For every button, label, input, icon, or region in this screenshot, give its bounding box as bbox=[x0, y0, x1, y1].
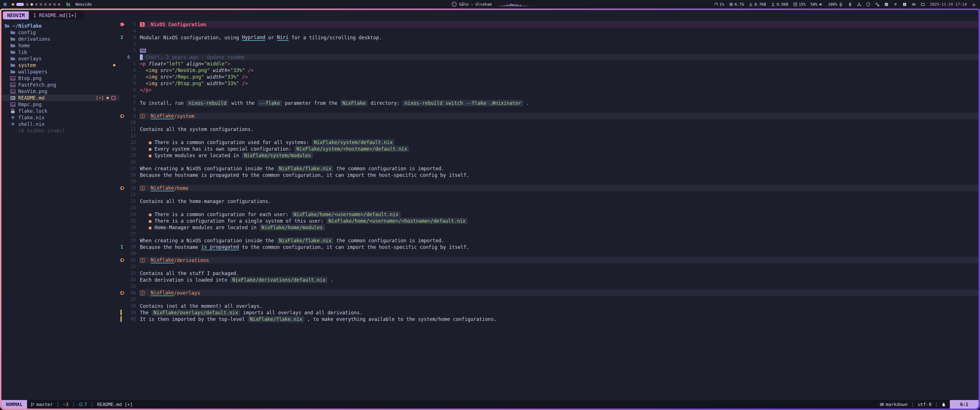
git-branch[interactable]: master bbox=[30, 402, 53, 407]
code-segment bbox=[140, 225, 149, 230]
workspace-dot-2[interactable] bbox=[16, 3, 24, 6]
editor-line[interactable]: 202 NixFlake/home bbox=[119, 185, 978, 191]
editor-line[interactable]: 23 bbox=[119, 205, 978, 211]
editor-line[interactable]: 12 bbox=[119, 132, 978, 139]
tree-item-overlays[interactable]: overlays bbox=[2, 55, 119, 62]
module-volume[interactable]: 50% bbox=[810, 2, 823, 6]
editor-line[interactable]: 1<p float="left" align="middle"> bbox=[119, 60, 978, 67]
tree-item-rmpc-png[interactable]: Rmpc.png bbox=[2, 101, 119, 108]
editor-line[interactable]: 4 bbox=[119, 28, 978, 34]
editor-line[interactable]: 17When creating a NixOS configuration in… bbox=[119, 165, 978, 172]
tree-item--nixflake[interactable]: ~/NixFlake bbox=[2, 22, 119, 29]
editor-line[interactable]: 38Contains (not at the moment) all overl… bbox=[119, 303, 978, 309]
workspace-dot-5[interactable] bbox=[35, 3, 38, 6]
editor-line[interactable]: 6 bbox=[119, 93, 978, 100]
editor-line[interactable]: 37 bbox=[119, 296, 978, 303]
editor-line[interactable]: 362 NixFlake/overlays bbox=[119, 289, 978, 296]
module-memory[interactable]: 6.7G bbox=[729, 2, 744, 6]
notification-bell-icon[interactable] bbox=[972, 2, 976, 6]
editor-line[interactable]: 92 NixFlake/system bbox=[119, 113, 978, 119]
editor-line[interactable]: 28When creating a NixOS configuration in… bbox=[119, 237, 978, 244]
editor-line[interactable]: 1PNG bbox=[119, 47, 978, 54]
tree-item-flake-lock[interactable]: flake.lock bbox=[2, 108, 119, 114]
editor-line[interactable]: 8 bbox=[119, 106, 978, 113]
diagnostics-info[interactable]: 7 bbox=[79, 402, 87, 407]
tree-item-lib[interactable]: lib bbox=[2, 49, 119, 55]
tree-item-fastfetch-png[interactable]: FastFetch.png bbox=[2, 81, 119, 88]
tree-item-readme-md[interactable]: README.md[+] bbox=[2, 95, 119, 101]
module-net-up[interactable]: 0.5KB bbox=[771, 2, 788, 6]
workspace-dot-8[interactable] bbox=[49, 3, 51, 6]
editor-line[interactable]: 35 bbox=[119, 283, 978, 289]
editor-line[interactable]: 6ChUrl, 2 years ago - Update readme bbox=[119, 54, 978, 60]
editor-line[interactable]: 7To install, run nixos-rebuild with the … bbox=[119, 100, 978, 106]
editor-line[interactable]: 312 NixFlake/derivations bbox=[119, 257, 978, 263]
module-gpu[interactable] bbox=[893, 2, 898, 6]
editor-line[interactable]: 19 bbox=[119, 178, 978, 185]
workspace-dot-3[interactable] bbox=[26, 3, 29, 6]
module-disk-usage[interactable]: 15% bbox=[793, 2, 806, 6]
editor-line[interactable]: 18Because the hostname is propagated to … bbox=[119, 172, 978, 178]
editor-line[interactable]: I29Because the hostname is propagated to… bbox=[119, 244, 978, 250]
editor-line[interactable]: 10 bbox=[119, 119, 978, 126]
editor-line[interactable]: 16 bbox=[119, 159, 978, 165]
workspace-dot-1[interactable] bbox=[12, 3, 14, 6]
module-monitor[interactable] bbox=[921, 2, 925, 6]
tree-item-system[interactable]: system bbox=[2, 62, 119, 68]
editor-line[interactable]: 24 ● There is a common configuration for… bbox=[119, 211, 978, 218]
tree-item-neovim-png[interactable]: NeoVim.png bbox=[2, 88, 119, 95]
tree-item--8-hidden-items-[interactable]: (8 hidden items) bbox=[2, 127, 119, 134]
workspace-dot-4[interactable] bbox=[30, 3, 33, 6]
module-shield[interactable] bbox=[866, 2, 870, 6]
tab-readme[interactable]: 1 README.md[1+] bbox=[29, 11, 84, 19]
tree-item-wallpapers[interactable]: wallpapers bbox=[2, 68, 119, 75]
tree-item-config[interactable]: config bbox=[2, 29, 119, 36]
editor-line[interactable]: 4 <img src="/Btop.png" width="33%" /> bbox=[119, 80, 978, 87]
module-cpu-load[interactable]: 1% bbox=[714, 2, 724, 6]
module-network[interactable] bbox=[857, 2, 861, 6]
editor-line[interactable]: 2 bbox=[119, 41, 978, 47]
editor-line[interactable]: 2 <img src="/NeoVim.png" width="33%" /> bbox=[119, 67, 978, 73]
editor-line[interactable]: 11Contains all the system configurations… bbox=[119, 126, 978, 132]
module-keyring[interactable] bbox=[875, 2, 880, 6]
editor-line[interactable]: 22Contains all the home-manager configur… bbox=[119, 198, 978, 205]
workspace-dot-7[interactable] bbox=[44, 3, 47, 6]
code-segment: "/NeoVim.png" bbox=[172, 67, 210, 73]
editor-line[interactable]: I3Modular NixOS configuration, using Hyp… bbox=[119, 34, 978, 41]
tree-item-flake-nix[interactable]: ❄flake.nix bbox=[2, 114, 119, 121]
editor-line[interactable]: 13 ● There is a common configuration use… bbox=[119, 139, 978, 146]
editor-line[interactable]: 26 ● Home-Manager modules are located in… bbox=[119, 224, 978, 230]
workspace-dot-9[interactable] bbox=[53, 3, 56, 6]
editor-line[interactable]: 33Contains all the stuff I packaged. bbox=[119, 270, 978, 277]
module-microphone[interactable]: 100% bbox=[828, 2, 843, 6]
module-net-down[interactable]: 0.7KB bbox=[749, 2, 766, 6]
editor-line[interactable]: 34Each derivation is loaded into NixFlak… bbox=[119, 277, 978, 283]
mode-indicator: NORMAL bbox=[2, 400, 27, 408]
tree-item-btop-png[interactable]: Btop.png bbox=[2, 75, 119, 81]
editor-line[interactable]: 25 ● There is a configuration for a sing… bbox=[119, 218, 978, 224]
editor-line[interactable]: 40It is then imported by the top-level N… bbox=[119, 316, 978, 322]
editor-line[interactable]: 27 bbox=[119, 230, 978, 237]
editor-line[interactable]: 5</p> bbox=[119, 87, 978, 93]
editor-line[interactable]: 51 NixOS Configuration bbox=[119, 21, 978, 28]
editor-line[interactable]: 14 ● Every system has its own special co… bbox=[119, 146, 978, 152]
tree-item-home[interactable]: home bbox=[2, 42, 119, 49]
workspace-dot-10[interactable] bbox=[58, 3, 60, 6]
editor-line[interactable]: 15 ● System modules are located in NixFl… bbox=[119, 152, 978, 159]
module-keyboard-layout[interactable] bbox=[912, 2, 916, 6]
editor-line[interactable]: 30 bbox=[119, 250, 978, 257]
workspace-dot-6[interactable] bbox=[40, 3, 42, 6]
module-zellij[interactable] bbox=[902, 2, 907, 6]
clock[interactable]: 2025-11-24 17:14 bbox=[930, 2, 967, 6]
editor-line[interactable]: 21 bbox=[119, 191, 978, 198]
editor-buffer[interactable]: 51 NixOS Configuration4I3Modular NixOS c… bbox=[119, 21, 978, 400]
module-bluetooth[interactable] bbox=[848, 2, 852, 6]
code-segment: Every system has its own special configu… bbox=[154, 146, 294, 152]
module-status-ok[interactable] bbox=[884, 2, 889, 6]
tree-item-derivations[interactable]: derivations bbox=[2, 36, 119, 42]
editor-line[interactable]: 3 <img src="/Rmpc.png" width="33%" /> bbox=[119, 73, 978, 80]
editor-line[interactable]: 39The NixFlake/overlays/default.nix impo… bbox=[119, 309, 978, 316]
editor-line[interactable]: 32 bbox=[119, 263, 978, 270]
music-player-widget[interactable]: Gåte – Ulveham bbox=[452, 0, 528, 8]
tree-item-shell-nix[interactable]: ❄shell.nix bbox=[2, 121, 119, 127]
